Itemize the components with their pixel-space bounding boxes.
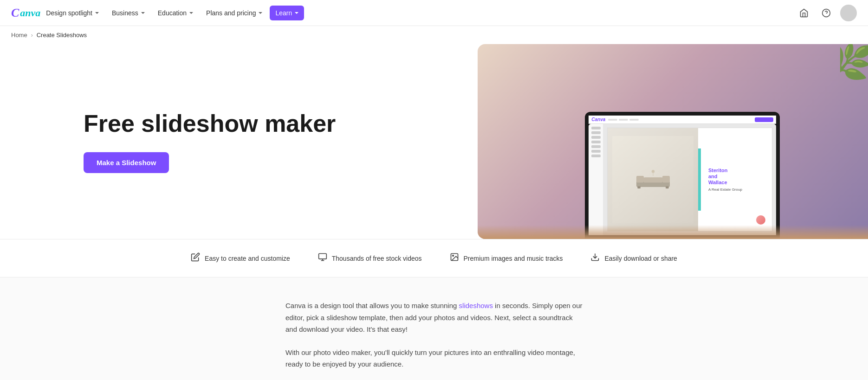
nav-label-plans-pricing: Plans and pricing [206,9,256,17]
canvas-area: Steriton and Wallace A Real Estate Group [603,124,776,235]
nav-label-design-spotlight: Design spotlight [46,9,92,17]
sidebar-icon [591,150,601,153]
hero-title: Free slideshow maker [84,110,450,138]
sidebar-icon [591,136,601,139]
nav-items: Design spotlight Business Education Plan… [40,6,796,20]
feature-premium-images: Premium images and music tracks [450,252,563,264]
laptop-canva-logo: Canva [591,117,605,122]
chevron-down-icon [95,12,99,14]
laptop-toolbar [608,119,752,121]
svg-point-14 [452,255,453,257]
hero-image-area: 🌿 Canva [478,44,868,239]
hero-section: Free slideshow maker Make a Slideshow 🌿 … [0,44,868,239]
desk-surface [478,225,868,239]
design-accent-bar [698,148,701,210]
edit-icon [191,252,200,264]
svg-rect-3 [636,176,644,182]
sidebar-icon [591,141,601,143]
nav-label-education: Education [158,9,187,17]
sidebar-icon [591,127,601,129]
features-bar: Easy to create and customize Thousands o… [0,239,868,277]
avatar[interactable] [840,5,857,21]
help-button[interactable] [818,5,835,21]
feature-premium-images-label: Premium images and music tracks [464,255,563,262]
hero-background: 🌿 Canva [478,44,868,239]
feature-download-label: Easily download or share [604,255,677,262]
nav-item-plans-pricing[interactable]: Plans and pricing [201,6,268,20]
design-avatar [755,214,766,225]
canva-sidebar [589,124,603,235]
chevron-down-icon [295,12,298,14]
design-preview: Steriton and Wallace A Real Estate Group [607,128,772,232]
slideshows-link[interactable]: slideshows [459,302,493,309]
feature-stock-videos: Thousands of free stock videos [318,252,422,264]
nav-right [796,5,857,21]
nav-item-education[interactable]: Education [152,6,199,20]
nav-item-learn[interactable]: Learn [270,6,304,20]
plant-decoration: 🌿 [840,44,868,118]
svg-rect-5 [644,177,662,182]
laptop-screen-outer: Canva [585,112,780,235]
description-section: Canva is a design tool that allows you t… [0,277,868,380]
design-photo-area [608,128,698,231]
toolbar-item [608,119,617,121]
sofa-icon [635,168,672,191]
sidebar-icon [591,131,601,134]
make-slideshow-button[interactable]: Make a Slideshow [84,152,169,173]
design-brand-name: Steriton and Wallace [704,167,766,186]
video-icon [318,252,327,264]
breadcrumb-home[interactable]: Home [11,32,27,39]
nav-item-business[interactable]: Business [106,6,150,20]
sidebar-icon [591,145,601,148]
nav-label-business: Business [112,9,138,17]
logo-rest: anva [20,7,40,19]
breadcrumb-current: Create Slideshows [37,32,87,39]
chevron-down-icon [259,12,262,14]
design-sub-name: A Real Estate Group [704,187,766,192]
breadcrumb-separator: › [31,32,33,39]
svg-point-8 [651,170,654,173]
feature-stock-videos-label: Thousands of free stock videos [332,255,422,262]
description-content: Canva is a design tool that allows you t… [258,300,610,370]
hero-left: Free slideshow maker Make a Slideshow [0,82,478,201]
home-button[interactable] [796,5,812,21]
laptop-app-topbar: Canva [589,116,776,124]
toolbar-item [619,119,628,121]
desc-text-before-link: Canva is a design tool that allows you t… [285,302,459,309]
feature-customize-label: Easy to create and customize [205,255,290,262]
sofa-image [612,136,693,224]
svg-rect-10 [318,254,326,259]
description-paragraph-2: With our photo video maker, you'll quick… [285,347,583,370]
design-canvas: Steriton and Wallace A Real Estate Group [603,124,776,235]
feature-customize: Easy to create and customize [191,252,290,264]
design-text-panel: Steriton and Wallace A Real Estate Group [698,128,772,231]
feature-download: Easily download or share [590,252,677,264]
svg-rect-6 [637,186,640,188]
nav-item-design-spotlight[interactable]: Design spotlight [40,6,104,20]
chevron-down-icon [189,12,193,14]
laptop-screen: Steriton and Wallace A Real Estate Group [589,124,776,235]
logo-c: C [11,6,19,20]
share-button-mock [755,117,773,122]
navbar: C anva Design spotlight Business Educati… [0,0,868,26]
download-icon [590,252,600,264]
sidebar-icon [591,155,601,157]
svg-rect-7 [666,186,668,188]
screen-inner: Steriton and Wallace A Real Estate Group [589,124,776,235]
laptop-mockup: Canva [585,112,780,239]
description-paragraph-1: Canva is a design tool that allows you t… [285,300,583,335]
image-icon [450,252,459,264]
breadcrumb: Home › Create Slideshows [0,26,868,44]
svg-rect-4 [662,176,670,182]
nav-label-learn: Learn [275,9,292,17]
chevron-down-icon [141,12,145,14]
canva-logo[interactable]: C anva [11,6,40,20]
toolbar-item [629,119,639,121]
